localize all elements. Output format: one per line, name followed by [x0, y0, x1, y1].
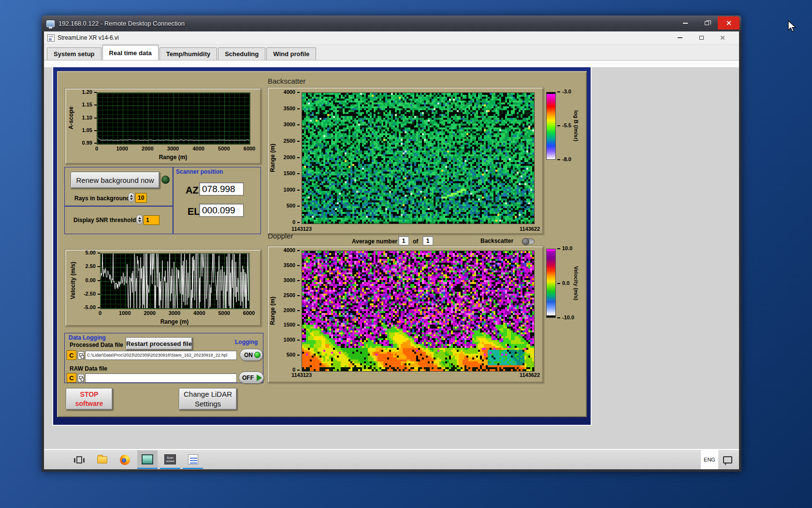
scan-scheduler-button[interactable]: Scan sched: [160, 450, 180, 469]
tab-temp-humidity[interactable]: Temp/humidity: [160, 47, 217, 60]
panel-top-strip: [44, 60, 739, 67]
app-restore-button[interactable]: [691, 31, 712, 44]
button-label: Renew background now: [76, 176, 154, 184]
tick-mark: [297, 108, 300, 109]
toggle-state: ON: [244, 352, 253, 359]
tick-mark: [297, 206, 300, 207]
streamline-app-button[interactable]: [137, 450, 158, 469]
tab-wind-profile[interactable]: Wind profile: [266, 47, 316, 60]
backscatter-toggle[interactable]: [522, 239, 535, 244]
el-value: 000.099: [202, 205, 235, 216]
browse-icon[interactable]: [78, 351, 84, 359]
snr-label: Display SNR threshold: [73, 217, 136, 224]
toggle-knob-icon: [522, 238, 529, 245]
axis-tick-label: 3500: [284, 262, 295, 268]
browse-icon[interactable]: [78, 374, 84, 382]
file-explorer-icon: [97, 456, 107, 463]
tick-mark: [297, 280, 300, 281]
axis-tick-label: 5000: [218, 146, 230, 151]
feedback-icon[interactable]: [723, 456, 732, 463]
velocity-yticks: 5.002.500.00-2.50-5.00: [77, 253, 100, 308]
tick-mark: [297, 157, 300, 158]
task-view-button[interactable]: [69, 450, 89, 469]
file-explorer-button[interactable]: [92, 450, 112, 469]
axis-tick-label: 2000: [144, 310, 155, 316]
rdp-titlebar[interactable]: 192.168.0.122 - Remote Desktop Connectio…: [42, 15, 741, 31]
backscatter-colorbar-label: log B (/m/sr): [572, 92, 580, 160]
tick-mark: [297, 124, 300, 125]
raw-path-field[interactable]: [85, 374, 237, 383]
minimize-icon: [683, 23, 688, 24]
axis-tick-label: 1.15: [82, 102, 92, 108]
firefox-button[interactable]: [115, 450, 135, 469]
axis-label: log B (/m/sr): [573, 110, 579, 141]
change-lidar-settings-button[interactable]: Change LiDAR Settings: [179, 388, 237, 410]
front-panel: A-scope 1.201.151.101.050.99 01000200030…: [44, 60, 739, 449]
rays-field[interactable]: 10: [135, 193, 147, 203]
app-minimize-button[interactable]: [669, 31, 691, 44]
button-label: STOP: [80, 390, 99, 399]
stop-software-button[interactable]: STOP software: [66, 388, 113, 410]
tick-mark: [297, 92, 300, 93]
axis-tick-label: -5.5: [562, 122, 571, 128]
velocity-xticks: 0100020003000400050006000: [100, 310, 249, 316]
of-label: of: [413, 238, 418, 245]
app-titlebar[interactable]: StreamLine XR v14-6.vi: [44, 31, 739, 45]
az-field[interactable]: 078.998: [199, 182, 244, 195]
rdp-connection-icon: [46, 20, 55, 27]
renew-background-button[interactable]: Renew background now: [71, 172, 160, 188]
backscatter-ylabel: Range (m): [269, 92, 276, 223]
axis-tick-label: 6000: [243, 310, 255, 316]
app-close-button[interactable]: [712, 31, 733, 44]
tick-mark: [557, 283, 560, 284]
toggle-state: OFF: [242, 374, 254, 381]
axis-tick-label: 1.20: [82, 89, 92, 95]
axis-tick-label: 4000: [192, 146, 204, 151]
average-number-field[interactable]: 1: [398, 236, 409, 245]
language-label: ENG: [704, 457, 715, 463]
restart-processed-file-button[interactable]: Restart processed file: [126, 337, 192, 350]
el-field[interactable]: 000.099: [199, 204, 244, 217]
doppler-heatmap: [302, 251, 535, 372]
notes-app-button[interactable]: [183, 450, 203, 469]
rays-stepper[interactable]: [128, 193, 134, 202]
tab-real-time-data[interactable]: Real time data: [102, 45, 159, 60]
tick-mark: [557, 159, 560, 160]
axis-tick-label: 500: [287, 203, 295, 209]
tab-system-setup[interactable]: System setup: [47, 47, 102, 60]
axis-tick-label: 0: [292, 219, 295, 225]
axis-tick-label: 2000: [284, 307, 295, 313]
snr-stepper[interactable]: [136, 215, 143, 224]
axis-tick-label: 10.0: [562, 245, 572, 251]
close-button[interactable]: [718, 16, 740, 30]
raw-drive-button[interactable]: C: [67, 373, 76, 383]
axis-label: A-scope: [68, 106, 74, 129]
tab-scheduling[interactable]: Scheduling: [218, 47, 265, 60]
velocity-xlabel: Range (m): [100, 318, 249, 325]
axis-tick-label: 4000: [193, 310, 205, 316]
language-indicator[interactable]: ENG: [701, 450, 718, 469]
main-panel: A-scope 1.201.151.101.050.99 01000200030…: [57, 71, 587, 417]
backscatter-yticks: 40003500300025002000150010005000: [278, 92, 300, 223]
axis-tick-label: -2.50: [84, 291, 96, 297]
tick-mark: [557, 248, 560, 249]
processed-logging-toggle[interactable]: ON: [240, 349, 263, 361]
tick-mark: [297, 222, 300, 223]
axis-tick-label: 3000: [169, 310, 180, 316]
backscatter-heatmap: [302, 92, 535, 224]
minimize-button[interactable]: [674, 16, 696, 30]
processed-drive-button[interactable]: C: [67, 350, 76, 360]
snr-field[interactable]: 1: [144, 215, 160, 225]
axis-tick-label: 5.00: [86, 250, 96, 255]
drive-letter: C: [69, 374, 73, 382]
average-total-field[interactable]: 1: [422, 236, 433, 245]
processed-path-field[interactable]: C:\Lidar\Data\Proc\2023\202309\20230918\…: [85, 351, 237, 360]
restore-button[interactable]: [696, 16, 718, 30]
doppler-ylabel: Range (m): [269, 251, 276, 371]
axis-tick-label: -8.0: [562, 156, 571, 162]
doppler-x-start: 1143123: [291, 372, 312, 378]
logging-label: Logging: [235, 339, 258, 345]
raw-logging-toggle[interactable]: OFF: [239, 372, 264, 384]
backscatter-colorbar: [546, 92, 556, 160]
rays-value: 10: [138, 194, 144, 201]
